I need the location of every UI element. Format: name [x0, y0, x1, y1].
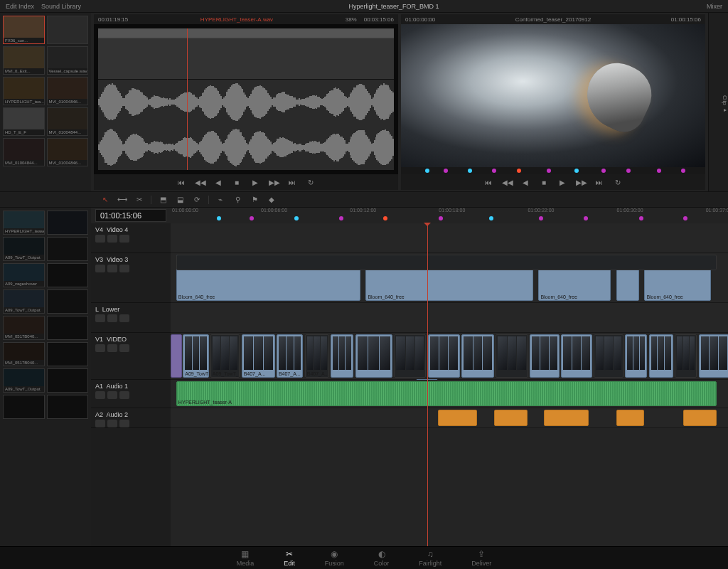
- replace-icon[interactable]: ⟳: [191, 196, 203, 203]
- nav-fusion[interactable]: ◉Fusion: [325, 549, 344, 567]
- marker-icon[interactable]: [539, 216, 543, 220]
- first-frame-icon[interactable]: ⏮: [176, 179, 186, 186]
- track-header-V3[interactable]: V3 Video 3: [91, 253, 171, 303]
- track-mute-icon[interactable]: [107, 265, 117, 272]
- media-thumb[interactable]: [47, 211, 89, 235]
- marker-icon[interactable]: [425, 169, 429, 173]
- audio-clip[interactable]: [616, 410, 644, 426]
- marker-icon[interactable]: [492, 169, 496, 173]
- track-lane-A1[interactable]: HYPERLIGHT_teaser-A: [171, 380, 728, 408]
- media-thumb[interactable]: [47, 316, 89, 340]
- edit-index-btn[interactable]: Edit Index: [6, 3, 34, 10]
- video-clip[interactable]: [461, 334, 494, 378]
- media-thumb[interactable]: Vessel_capsule.wav: [47, 46, 89, 75]
- step-fwd-icon[interactable]: ▶▶: [576, 179, 586, 186]
- video-clip[interactable]: [675, 334, 697, 378]
- track-lane-L[interactable]: [171, 303, 728, 333]
- video-clip[interactable]: B407_A...: [305, 334, 329, 378]
- play-icon[interactable]: ▶: [557, 179, 567, 186]
- track-lock-icon[interactable]: [95, 344, 105, 352]
- marker-icon[interactable]: [294, 216, 299, 220]
- flag-icon[interactable]: ⚑: [249, 196, 260, 203]
- track-header-A1[interactable]: A1 Audio 1: [91, 380, 171, 408]
- media-thumb[interactable]: MVI_0517B040...: [3, 316, 45, 340]
- media-thumb[interactable]: MVI_01004846...: [47, 138, 89, 166]
- nav-media[interactable]: ▦Media: [237, 549, 255, 567]
- audio-clip[interactable]: [544, 410, 589, 426]
- timeline-ruler[interactable]: 01:00:00:0001:00:06:0001:00:12:0001:00:1…: [172, 208, 728, 223]
- marker-icon[interactable]: [444, 169, 448, 173]
- source-playhead[interactable]: [187, 28, 188, 170]
- last-frame-icon[interactable]: ⏭: [594, 179, 604, 186]
- stop-icon[interactable]: ■: [232, 179, 242, 186]
- video-clip[interactable]: [331, 334, 353, 378]
- track-lock-icon[interactable]: [95, 420, 105, 427]
- marker-icon[interactable]: [468, 169, 472, 173]
- track-header-L[interactable]: L Lower: [91, 303, 171, 333]
- media-pool-lower-grid[interactable]: HYPERLIGHT_teaserA09_TowT_OutputA09_cage…: [3, 211, 88, 419]
- track-lane-A2[interactable]: [171, 408, 728, 428]
- marker-icon[interactable]: [681, 169, 685, 173]
- stop-icon[interactable]: ■: [539, 179, 549, 186]
- marker-icon[interactable]: [339, 216, 343, 220]
- track-mute-icon[interactable]: [107, 235, 117, 243]
- video-clip[interactable]: [594, 334, 623, 378]
- video-clip[interactable]: A09_TowT_O...: [183, 334, 208, 378]
- video-clip[interactable]: A09_TowT_O...: [210, 334, 240, 378]
- marker-icon[interactable]: [574, 169, 579, 173]
- media-thumb[interactable]: MVI_01004846...: [47, 77, 89, 105]
- media-thumb[interactable]: FX06_con...: [3, 16, 45, 44]
- track-solo-icon[interactable]: [119, 344, 129, 352]
- media-thumb[interactable]: HD_T_E_F: [3, 107, 45, 136]
- link-icon[interactable]: ⚲: [232, 196, 243, 203]
- nav-color[interactable]: ◐Color: [374, 549, 390, 567]
- marker-icon[interactable]: [383, 216, 387, 220]
- audio-clip[interactable]: [683, 410, 717, 426]
- loop-icon[interactable]: ↻: [613, 179, 623, 186]
- audio-clip[interactable]: [494, 410, 528, 426]
- media-thumb[interactable]: MVI_0517B040...: [3, 342, 45, 366]
- step-back-icon[interactable]: ◀◀: [195, 179, 205, 186]
- inspector-panel-tab[interactable]: Clip ▸: [708, 13, 728, 191]
- track-lock-icon[interactable]: [95, 265, 105, 272]
- snap-icon[interactable]: ⌁: [215, 196, 226, 203]
- track-solo-icon[interactable]: [119, 420, 129, 427]
- marker-icon[interactable]: [517, 169, 521, 173]
- video-clip[interactable]: [428, 334, 460, 378]
- video-clip[interactable]: [699, 334, 728, 378]
- marker-icon[interactable]: [547, 169, 551, 173]
- last-frame-icon[interactable]: ⏭: [287, 179, 297, 186]
- media-thumb[interactable]: A09_TowT_Output: [3, 289, 45, 314]
- step-back-icon[interactable]: ◀◀: [502, 179, 512, 186]
- video-clip[interactable]: B407_A...: [242, 334, 275, 378]
- media-thumb[interactable]: A09_TowT_Output: [3, 368, 45, 393]
- video-clip[interactable]: [496, 334, 528, 378]
- media-thumb[interactable]: [47, 289, 89, 314]
- media-thumb[interactable]: HYPERLIGHT_teaser: [3, 211, 45, 235]
- video-clip[interactable]: [625, 334, 647, 378]
- marker-icon[interactable]: [601, 169, 606, 173]
- nav-fairlight[interactable]: ♫Fairlight: [419, 549, 441, 567]
- media-thumb[interactable]: [47, 368, 89, 393]
- blade-tool-icon[interactable]: ✂: [134, 196, 145, 203]
- marker-icon[interactable]: ◆: [266, 196, 277, 203]
- media-thumb[interactable]: [47, 395, 89, 419]
- track-lane-V3[interactable]: Bloom_640_freeBloom_640_freeBloom_640_fr…: [171, 253, 728, 303]
- marker-icon[interactable]: [657, 169, 661, 173]
- track-mute-icon[interactable]: [107, 420, 117, 427]
- track-solo-icon[interactable]: [119, 391, 129, 399]
- track-lock-icon[interactable]: [95, 235, 105, 243]
- media-thumb[interactable]: [47, 263, 89, 287]
- track-lane-V4[interactable]: [171, 223, 728, 253]
- sound-library-btn[interactable]: Sound Library: [41, 3, 81, 10]
- first-frame-icon[interactable]: ⏮: [483, 179, 493, 186]
- timeline-timecode[interactable]: 01:00:15:06: [95, 209, 166, 222]
- marker-icon[interactable]: [584, 216, 588, 220]
- source-zoom-pct[interactable]: 38%: [346, 16, 357, 23]
- track-solo-icon[interactable]: [119, 235, 129, 243]
- step-fwd-icon[interactable]: ▶▶: [269, 179, 279, 186]
- marker-icon[interactable]: [683, 216, 687, 220]
- track-mute-icon[interactable]: [107, 344, 117, 352]
- video-clip[interactable]: [530, 334, 560, 378]
- source-waveform[interactable]: [94, 24, 398, 174]
